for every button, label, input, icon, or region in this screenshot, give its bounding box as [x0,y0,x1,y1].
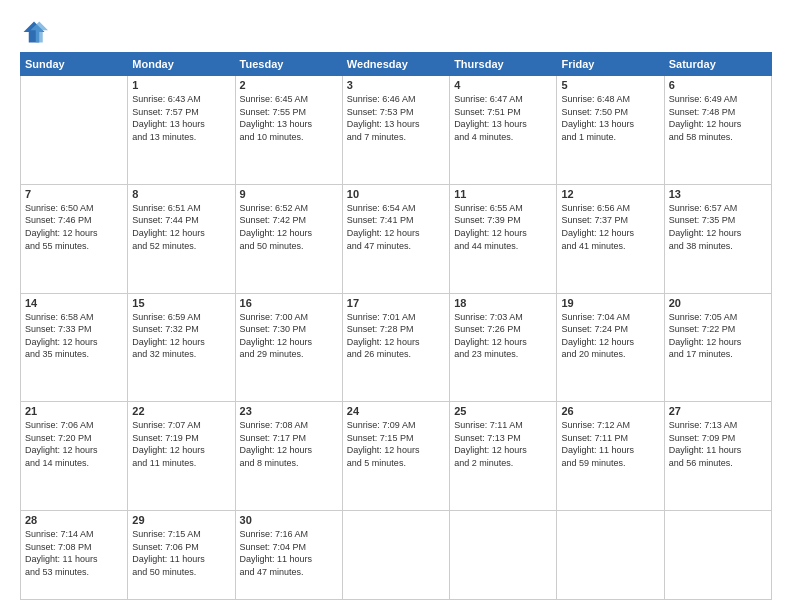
week-row-3: 14Sunrise: 6:58 AM Sunset: 7:33 PM Dayli… [21,293,772,402]
day-info-30: Sunrise: 7:16 AM Sunset: 7:04 PM Dayligh… [240,528,338,578]
day-cell-25: 25Sunrise: 7:11 AM Sunset: 7:13 PM Dayli… [450,402,557,511]
empty-cell [21,76,128,185]
day-info-25: Sunrise: 7:11 AM Sunset: 7:13 PM Dayligh… [454,419,552,469]
week-row-1: 1Sunrise: 6:43 AM Sunset: 7:57 PM Daylig… [21,76,772,185]
day-number-19: 19 [561,297,659,309]
day-cell-19: 19Sunrise: 7:04 AM Sunset: 7:24 PM Dayli… [557,293,664,402]
day-cell-21: 21Sunrise: 7:06 AM Sunset: 7:20 PM Dayli… [21,402,128,511]
day-info-24: Sunrise: 7:09 AM Sunset: 7:15 PM Dayligh… [347,419,445,469]
day-info-10: Sunrise: 6:54 AM Sunset: 7:41 PM Dayligh… [347,202,445,252]
day-number-15: 15 [132,297,230,309]
weekday-header-sunday: Sunday [21,53,128,76]
day-cell-15: 15Sunrise: 6:59 AM Sunset: 7:32 PM Dayli… [128,293,235,402]
day-number-7: 7 [25,188,123,200]
day-number-27: 27 [669,405,767,417]
day-cell-9: 9Sunrise: 6:52 AM Sunset: 7:42 PM Daylig… [235,184,342,293]
day-info-26: Sunrise: 7:12 AM Sunset: 7:11 PM Dayligh… [561,419,659,469]
day-number-17: 17 [347,297,445,309]
day-number-16: 16 [240,297,338,309]
weekday-header-monday: Monday [128,53,235,76]
day-cell-17: 17Sunrise: 7:01 AM Sunset: 7:28 PM Dayli… [342,293,449,402]
day-info-29: Sunrise: 7:15 AM Sunset: 7:06 PM Dayligh… [132,528,230,578]
day-info-18: Sunrise: 7:03 AM Sunset: 7:26 PM Dayligh… [454,311,552,361]
empty-cell [342,511,449,600]
day-number-5: 5 [561,79,659,91]
weekday-header-tuesday: Tuesday [235,53,342,76]
day-cell-1: 1Sunrise: 6:43 AM Sunset: 7:57 PM Daylig… [128,76,235,185]
day-info-3: Sunrise: 6:46 AM Sunset: 7:53 PM Dayligh… [347,93,445,143]
day-info-12: Sunrise: 6:56 AM Sunset: 7:37 PM Dayligh… [561,202,659,252]
day-number-10: 10 [347,188,445,200]
empty-cell [450,511,557,600]
calendar-table: SundayMondayTuesdayWednesdayThursdayFrid… [20,52,772,600]
week-row-2: 7Sunrise: 6:50 AM Sunset: 7:46 PM Daylig… [21,184,772,293]
day-number-6: 6 [669,79,767,91]
day-cell-20: 20Sunrise: 7:05 AM Sunset: 7:22 PM Dayli… [664,293,771,402]
day-info-27: Sunrise: 7:13 AM Sunset: 7:09 PM Dayligh… [669,419,767,469]
day-info-19: Sunrise: 7:04 AM Sunset: 7:24 PM Dayligh… [561,311,659,361]
day-info-1: Sunrise: 6:43 AM Sunset: 7:57 PM Dayligh… [132,93,230,143]
header [20,18,772,46]
day-cell-5: 5Sunrise: 6:48 AM Sunset: 7:50 PM Daylig… [557,76,664,185]
day-cell-13: 13Sunrise: 6:57 AM Sunset: 7:35 PM Dayli… [664,184,771,293]
day-info-9: Sunrise: 6:52 AM Sunset: 7:42 PM Dayligh… [240,202,338,252]
week-row-4: 21Sunrise: 7:06 AM Sunset: 7:20 PM Dayli… [21,402,772,511]
day-number-26: 26 [561,405,659,417]
day-cell-4: 4Sunrise: 6:47 AM Sunset: 7:51 PM Daylig… [450,76,557,185]
day-info-4: Sunrise: 6:47 AM Sunset: 7:51 PM Dayligh… [454,93,552,143]
day-cell-14: 14Sunrise: 6:58 AM Sunset: 7:33 PM Dayli… [21,293,128,402]
day-info-17: Sunrise: 7:01 AM Sunset: 7:28 PM Dayligh… [347,311,445,361]
weekday-header-thursday: Thursday [450,53,557,76]
day-cell-30: 30Sunrise: 7:16 AM Sunset: 7:04 PM Dayli… [235,511,342,600]
day-number-18: 18 [454,297,552,309]
day-info-5: Sunrise: 6:48 AM Sunset: 7:50 PM Dayligh… [561,93,659,143]
logo-icon [20,18,48,46]
day-cell-12: 12Sunrise: 6:56 AM Sunset: 7:37 PM Dayli… [557,184,664,293]
day-number-12: 12 [561,188,659,200]
day-number-3: 3 [347,79,445,91]
day-info-13: Sunrise: 6:57 AM Sunset: 7:35 PM Dayligh… [669,202,767,252]
day-number-2: 2 [240,79,338,91]
weekday-header-wednesday: Wednesday [342,53,449,76]
day-cell-2: 2Sunrise: 6:45 AM Sunset: 7:55 PM Daylig… [235,76,342,185]
empty-cell [664,511,771,600]
day-cell-6: 6Sunrise: 6:49 AM Sunset: 7:48 PM Daylig… [664,76,771,185]
day-info-8: Sunrise: 6:51 AM Sunset: 7:44 PM Dayligh… [132,202,230,252]
day-info-14: Sunrise: 6:58 AM Sunset: 7:33 PM Dayligh… [25,311,123,361]
day-number-20: 20 [669,297,767,309]
day-number-23: 23 [240,405,338,417]
day-cell-10: 10Sunrise: 6:54 AM Sunset: 7:41 PM Dayli… [342,184,449,293]
day-number-14: 14 [25,297,123,309]
day-info-28: Sunrise: 7:14 AM Sunset: 7:08 PM Dayligh… [25,528,123,578]
day-number-8: 8 [132,188,230,200]
day-cell-7: 7Sunrise: 6:50 AM Sunset: 7:46 PM Daylig… [21,184,128,293]
day-number-22: 22 [132,405,230,417]
day-cell-23: 23Sunrise: 7:08 AM Sunset: 7:17 PM Dayli… [235,402,342,511]
day-number-25: 25 [454,405,552,417]
day-info-21: Sunrise: 7:06 AM Sunset: 7:20 PM Dayligh… [25,419,123,469]
day-info-15: Sunrise: 6:59 AM Sunset: 7:32 PM Dayligh… [132,311,230,361]
day-number-4: 4 [454,79,552,91]
day-number-1: 1 [132,79,230,91]
day-cell-26: 26Sunrise: 7:12 AM Sunset: 7:11 PM Dayli… [557,402,664,511]
day-cell-28: 28Sunrise: 7:14 AM Sunset: 7:08 PM Dayli… [21,511,128,600]
day-cell-27: 27Sunrise: 7:13 AM Sunset: 7:09 PM Dayli… [664,402,771,511]
day-number-9: 9 [240,188,338,200]
day-number-24: 24 [347,405,445,417]
day-info-11: Sunrise: 6:55 AM Sunset: 7:39 PM Dayligh… [454,202,552,252]
day-number-21: 21 [25,405,123,417]
weekday-header-saturday: Saturday [664,53,771,76]
day-cell-29: 29Sunrise: 7:15 AM Sunset: 7:06 PM Dayli… [128,511,235,600]
day-info-2: Sunrise: 6:45 AM Sunset: 7:55 PM Dayligh… [240,93,338,143]
day-cell-16: 16Sunrise: 7:00 AM Sunset: 7:30 PM Dayli… [235,293,342,402]
day-info-20: Sunrise: 7:05 AM Sunset: 7:22 PM Dayligh… [669,311,767,361]
day-cell-3: 3Sunrise: 6:46 AM Sunset: 7:53 PM Daylig… [342,76,449,185]
day-info-6: Sunrise: 6:49 AM Sunset: 7:48 PM Dayligh… [669,93,767,143]
day-info-23: Sunrise: 7:08 AM Sunset: 7:17 PM Dayligh… [240,419,338,469]
week-row-5: 28Sunrise: 7:14 AM Sunset: 7:08 PM Dayli… [21,511,772,600]
day-cell-11: 11Sunrise: 6:55 AM Sunset: 7:39 PM Dayli… [450,184,557,293]
day-cell-24: 24Sunrise: 7:09 AM Sunset: 7:15 PM Dayli… [342,402,449,511]
empty-cell [557,511,664,600]
day-number-30: 30 [240,514,338,526]
day-number-11: 11 [454,188,552,200]
